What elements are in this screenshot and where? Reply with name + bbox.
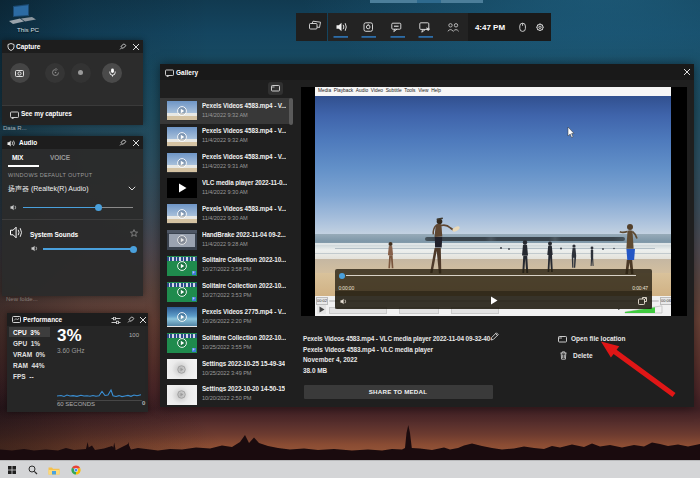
svg-text:4:47 PM: 4:47 PM bbox=[475, 23, 506, 32]
